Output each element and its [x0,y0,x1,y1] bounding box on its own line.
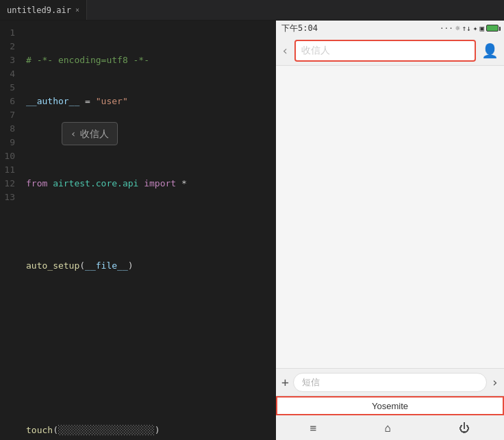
phone-send-button[interactable]: › [491,375,499,389]
line-num-9: 9 [0,136,15,149]
line-num-1: 1 [0,26,15,40]
editor-tooltip: ‹ 收信人 [62,122,118,145]
tab-close-icon[interactable]: × [75,6,79,14]
code-line-8 [26,341,276,355]
line-num-2: 2 [0,40,15,53]
code-editor[interactable]: 1 2 3 4 5 6 7 8 9 10 11 12 13 # -*- enco… [0,21,276,440]
code-content[interactable]: # -*- encoding=utf8 -*- __author__ = "us… [21,21,276,440]
line-num-8: 8 [0,122,15,136]
phone-simulator: 下午5:04 ··· ☼ ↑↓ ✦ ▣ ‹ 收信人 👤 + 短信 [276,21,504,440]
phone-avatar-icon: 👤 [481,42,499,59]
tab-bar: untitled9.air × [0,0,504,21]
tab-filename: untitled9.air [7,5,71,15]
phone-home-icon[interactable]: ⌂ [384,421,391,435]
line-num-7: 7 [0,108,15,122]
code-line-7 [26,300,276,314]
line-num-4: 4 [0,67,15,81]
code-line-10: touch(░░░░░░░░░░░░░░░░░░) [26,424,276,437]
code-line-6: auto_setup(__file__) [26,259,276,273]
phone-time: 下午5:04 [281,23,318,34]
code-line-2: __author__ = "user" [26,95,276,108]
line-num-13: 13 [0,191,15,204]
code-line-4: from airtest.core.api import * [26,177,276,191]
code-line-9 [26,382,276,396]
phone-compose-placeholder: 短信 [302,376,320,389]
phone-sim-icon: ▣ [479,24,484,33]
phone-yosemite-bar: Yosemite [276,396,504,415]
main-content: 1 2 3 4 5 6 7 8 9 10 11 12 13 # -*- enco… [0,21,504,440]
line-num-11: 11 [0,163,15,177]
tooltip-back-arrow: ‹ [71,127,76,140]
code-line-1: # -*- encoding=utf8 -*- [26,53,276,67]
line-num-6: 6 [0,95,15,108]
phone-wifi-icon: ✦ [473,24,478,33]
phone-search-box[interactable]: 收信人 [294,40,476,62]
code-area: 1 2 3 4 5 6 7 8 9 10 11 12 13 # -*- enco… [0,21,276,440]
phone-compose-input[interactable]: 短信 [293,373,487,392]
phone-compose-bar: + 短信 › [276,368,504,395]
phone-signal-icon: ☼ [455,24,460,33]
code-line-5 [26,218,276,232]
phone-menu-icon[interactable]: ≡ [310,421,317,435]
phone-back-button[interactable]: ‹ [281,43,289,58]
phone-status-icons: ··· ☼ ↑↓ ✦ ▣ [440,24,499,33]
line-numbers: 1 2 3 4 5 6 7 8 9 10 11 12 13 [0,21,21,440]
phone-bottom-nav: ≡ ⌂ ⏻ [276,415,504,440]
editor-tab[interactable]: untitled9.air × [0,0,87,20]
phone-dots-icon: ··· [440,24,453,33]
phone-data-icon: ↑↓ [462,24,471,33]
tooltip-placeholder-text: 收信人 [80,127,109,140]
line-num-10: 10 [0,149,15,163]
phone-content-area [276,66,504,368]
line-num-3: 3 [0,53,15,67]
phone-search-placeholder: 收信人 [301,45,330,57]
phone-app-bar: ‹ 收信人 👤 [276,36,504,66]
line-num-5: 5 [0,81,15,95]
phone-power-icon[interactable]: ⏻ [459,421,470,435]
phone-yosemite-label: Yosemite [372,401,408,411]
phone-status-bar: 下午5:04 ··· ☼ ↑↓ ✦ ▣ [276,21,504,36]
phone-nav-bar: Yosemite ≡ ⌂ ⏻ [276,395,504,440]
line-num-12: 12 [0,177,15,191]
phone-add-button[interactable]: + [281,375,289,389]
phone-battery-icon [486,25,499,32]
